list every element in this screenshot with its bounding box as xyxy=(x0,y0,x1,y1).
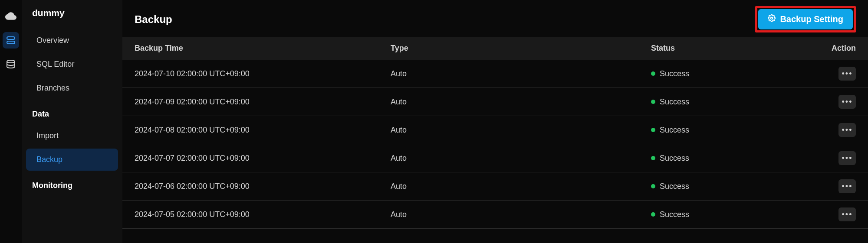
table-row: 2024-07-07 02:00:00 UTC+09:00 Auto Succe… xyxy=(122,144,868,172)
cell-action: ••• xyxy=(773,67,856,81)
cell-type: Auto xyxy=(391,126,651,135)
status-dot-icon xyxy=(651,128,655,132)
more-icon: ••• xyxy=(842,154,853,163)
sidebar-section-monitoring: Monitoring xyxy=(22,172,122,195)
cell-time: 2024-07-07 02:00:00 UTC+09:00 xyxy=(135,154,391,163)
icon-rail xyxy=(0,0,22,243)
cell-status: Success xyxy=(651,126,773,135)
status-text: Success xyxy=(660,182,689,191)
cell-time: 2024-07-09 02:00:00 UTC+09:00 xyxy=(135,97,391,107)
sidebar-item-branches[interactable]: Branches xyxy=(26,77,118,99)
table-body: 2024-07-10 02:00:00 UTC+09:00 Auto Succe… xyxy=(122,60,868,229)
cell-action: ••• xyxy=(773,207,856,221)
cell-status: Success xyxy=(651,154,773,163)
status-dot-icon xyxy=(651,156,655,160)
cloud-icon[interactable] xyxy=(3,8,19,24)
cell-status: Success xyxy=(651,210,773,219)
server-icon[interactable] xyxy=(3,56,19,73)
page-title: Backup xyxy=(135,13,172,26)
database-icon[interactable] xyxy=(3,32,19,49)
cell-action: ••• xyxy=(773,179,856,193)
sidebar-item-backup[interactable]: Backup xyxy=(26,149,118,171)
table-row: 2024-07-09 02:00:00 UTC+09:00 Auto Succe… xyxy=(122,88,868,116)
backup-setting-button[interactable]: Backup Setting xyxy=(758,9,853,29)
header-status: Status xyxy=(651,44,773,53)
status-dot-icon xyxy=(651,100,655,104)
backup-setting-label: Backup Setting xyxy=(780,14,843,24)
cell-type: Auto xyxy=(391,97,651,107)
sidebar-item-sql-editor[interactable]: SQL Editor xyxy=(26,53,118,75)
status-text: Success xyxy=(660,210,689,219)
table-row: 2024-07-08 02:00:00 UTC+09:00 Auto Succe… xyxy=(122,116,868,144)
more-icon: ••• xyxy=(842,97,853,107)
row-actions-button[interactable]: ••• xyxy=(838,207,856,221)
cell-type: Auto xyxy=(391,154,651,163)
cell-status: Success xyxy=(651,182,773,191)
gear-icon xyxy=(768,14,776,24)
status-dot-icon xyxy=(651,184,655,188)
cell-time: 2024-07-10 02:00:00 UTC+09:00 xyxy=(135,69,391,78)
cell-action: ••• xyxy=(773,95,856,109)
header-time: Backup Time xyxy=(135,44,391,53)
cell-status: Success xyxy=(651,69,773,78)
row-actions-button[interactable]: ••• xyxy=(838,123,856,137)
row-actions-button[interactable]: ••• xyxy=(838,151,856,165)
status-text: Success xyxy=(660,97,689,107)
cell-type: Auto xyxy=(391,210,651,219)
status-text: Success xyxy=(660,69,689,78)
svg-rect-0 xyxy=(7,37,15,39)
more-icon: ••• xyxy=(842,69,853,78)
cell-time: 2024-07-05 02:00:00 UTC+09:00 xyxy=(135,210,391,219)
sidebar: dummy Overview SQL Editor Branches Data … xyxy=(22,0,122,243)
more-icon: ••• xyxy=(842,210,853,219)
table-row: 2024-07-06 02:00:00 UTC+09:00 Auto Succe… xyxy=(122,172,868,201)
row-actions-button[interactable]: ••• xyxy=(838,179,856,193)
status-dot-icon xyxy=(651,71,655,76)
more-icon: ••• xyxy=(842,182,853,191)
sidebar-item-import[interactable]: Import xyxy=(26,125,118,147)
highlight-box: Backup Setting xyxy=(755,6,856,32)
row-actions-button[interactable]: ••• xyxy=(838,95,856,109)
table-header: Backup Time Type Status Action xyxy=(122,37,868,60)
cell-time: 2024-07-08 02:00:00 UTC+09:00 xyxy=(135,126,391,135)
row-actions-button[interactable]: ••• xyxy=(838,67,856,81)
cell-type: Auto xyxy=(391,69,651,78)
status-dot-icon xyxy=(651,212,655,217)
cell-action: ••• xyxy=(773,151,856,165)
header-action: Action xyxy=(773,44,856,53)
table-row: 2024-07-05 02:00:00 UTC+09:00 Auto Succe… xyxy=(122,201,868,229)
svg-point-3 xyxy=(771,17,773,19)
status-text: Success xyxy=(660,154,689,163)
more-icon: ••• xyxy=(842,126,853,135)
cell-action: ••• xyxy=(773,123,856,137)
sidebar-item-overview[interactable]: Overview xyxy=(26,29,118,52)
page-header: Backup Backup Setting xyxy=(122,0,868,37)
cell-type: Auto xyxy=(391,182,651,191)
project-name: dummy xyxy=(22,8,122,29)
table-row: 2024-07-10 02:00:00 UTC+09:00 Auto Succe… xyxy=(122,60,868,88)
status-text: Success xyxy=(660,126,689,135)
header-type: Type xyxy=(391,44,651,53)
main-content: Backup Backup Setting Backup Time Type S… xyxy=(122,0,868,243)
sidebar-section-data: Data xyxy=(22,100,122,124)
svg-rect-1 xyxy=(7,41,15,44)
svg-point-2 xyxy=(7,60,15,63)
cell-status: Success xyxy=(651,97,773,107)
cell-time: 2024-07-06 02:00:00 UTC+09:00 xyxy=(135,182,391,191)
